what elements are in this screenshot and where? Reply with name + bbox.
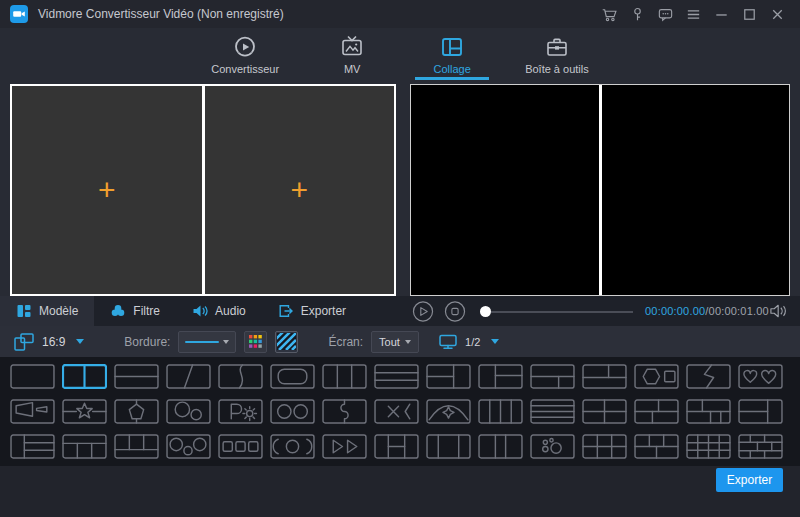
time-display: 00:00:00.00/00:00:01.00 <box>645 305 769 317</box>
cart-icon[interactable] <box>601 6 618 23</box>
template-left2-right1[interactable] <box>426 364 471 389</box>
filter-icon <box>110 303 126 319</box>
template-split-curve[interactable] <box>218 364 263 389</box>
maximize-icon[interactable] <box>741 6 758 23</box>
key-icon[interactable] <box>629 6 646 23</box>
template-left1-right2[interactable] <box>478 364 523 389</box>
panel-tab-modele[interactable]: Modèle <box>0 296 94 326</box>
template-settings-bar: 16:9 Bordure: Écran: Tout 1/2 <box>0 326 800 357</box>
add-media-button[interactable]: + <box>12 86 202 294</box>
template-single[interactable] <box>10 364 55 389</box>
template-top1-bottom3[interactable] <box>62 434 107 459</box>
template-h-columns[interactable] <box>374 434 419 459</box>
preview-cell-1 <box>411 85 602 295</box>
tab-label: Convertisseur <box>211 63 279 75</box>
template-three-circles[interactable] <box>166 434 211 459</box>
preview-panel <box>410 84 790 296</box>
play-button[interactable] <box>412 300 434 323</box>
aspect-ratio-dropdown-caret[interactable] <box>76 339 84 344</box>
template-top3-bottom1[interactable] <box>114 434 159 459</box>
screen-dropdown[interactable]: Tout <box>371 331 419 353</box>
template-megaphones[interactable] <box>10 399 55 424</box>
panel-tab-label: Modèle <box>39 304 78 318</box>
app-window: Vidmore Convertisseur Vidéo (Non enregis… <box>0 0 800 517</box>
page-dropdown-caret[interactable] <box>491 339 499 344</box>
export-button[interactable]: Exporter <box>716 468 783 492</box>
template-pentagon[interactable] <box>114 399 159 424</box>
template-split-v3-wide[interactable] <box>426 434 471 459</box>
window-title: Vidmore Convertisseur Vidéo (Non enregis… <box>38 7 284 21</box>
panel-tabs: ModèleFiltreAudioExporter <box>0 296 400 326</box>
stop-button[interactable] <box>444 300 466 323</box>
add-media-button[interactable]: + <box>205 86 395 294</box>
panel-tab-label: Exporter <box>301 304 346 318</box>
volume-icon[interactable] <box>769 303 788 319</box>
tab-convertisseur[interactable]: Convertisseur <box>201 28 289 80</box>
template-grid-4x3[interactable] <box>686 434 731 459</box>
template-arc-star[interactable] <box>426 399 471 424</box>
border-dropdown-caret <box>223 340 229 344</box>
template-split-v4[interactable] <box>478 399 523 424</box>
template-right-col3[interactable] <box>10 434 55 459</box>
template-three-squares[interactable] <box>218 434 263 459</box>
border-pattern-button[interactable] <box>275 331 298 353</box>
border-style-dropdown[interactable] <box>178 331 236 353</box>
close-icon[interactable] <box>769 6 786 23</box>
template-bottom-right-split[interactable] <box>530 364 575 389</box>
template-grid-irregular[interactable] <box>686 399 731 424</box>
collage-cell-2[interactable]: + <box>205 86 395 294</box>
progress-handle[interactable] <box>480 306 491 317</box>
template-split-h2[interactable] <box>114 364 159 389</box>
template-two-triangles[interactable] <box>322 434 367 459</box>
template-hearts[interactable] <box>738 364 783 389</box>
template-inset-rounded[interactable] <box>270 364 315 389</box>
template-grid <box>0 357 800 466</box>
progress-slider[interactable] <box>480 300 633 323</box>
template-split-diag[interactable] <box>166 364 211 389</box>
converter-icon <box>233 35 257 59</box>
template-x-bracket[interactable] <box>374 399 419 424</box>
template-circle-arcs[interactable] <box>270 434 315 459</box>
aspect-ratio-icon <box>14 333 34 351</box>
template-dots-circle[interactable] <box>530 434 575 459</box>
template-grid-2x2[interactable] <box>582 399 627 424</box>
collage-editor: + + <box>10 84 396 296</box>
border-color-button[interactable] <box>244 331 267 353</box>
template-split-v3[interactable] <box>322 364 367 389</box>
template-circle-pair[interactable] <box>166 399 211 424</box>
menu-icon[interactable] <box>685 6 702 23</box>
template-grid-3x2-alt[interactable] <box>634 434 679 459</box>
template-p-gear[interactable] <box>218 399 263 424</box>
minimize-icon[interactable] <box>713 6 730 23</box>
template-zigzag[interactable] <box>686 364 731 389</box>
template-star-band[interactable] <box>62 399 107 424</box>
main-nav: ConvertisseurMVCollageBoîte à outils <box>0 28 800 80</box>
template-left2-col[interactable] <box>738 399 783 424</box>
template-grid-3x2[interactable] <box>582 434 627 459</box>
template-hex-square[interactable] <box>634 364 679 389</box>
feedback-icon[interactable] <box>657 6 674 23</box>
template-split-v3-narrow[interactable] <box>478 434 523 459</box>
template-split-h4[interactable] <box>530 399 575 424</box>
panel-tab-filtre[interactable]: Filtre <box>94 296 176 326</box>
template-clover[interactable] <box>322 399 367 424</box>
panel-tab-audio[interactable]: Audio <box>176 296 262 326</box>
panel-tab-label: Filtre <box>133 304 160 318</box>
tab-collage[interactable]: Collage <box>415 28 489 80</box>
collage-cell-1[interactable]: + <box>12 86 205 294</box>
template-top-left-split[interactable] <box>582 364 627 389</box>
tab-toolbox[interactable]: Boîte à outils <box>515 28 599 80</box>
titlebar: Vidmore Convertisseur Vidéo (Non enregis… <box>0 0 800 28</box>
tab-mv[interactable]: MV <box>315 28 389 80</box>
template-split-v2[interactable] <box>62 364 107 389</box>
template-grid-2x2-offset[interactable] <box>634 399 679 424</box>
template-two-circles[interactable] <box>270 399 315 424</box>
total-time: 00:00:01.00 <box>709 305 769 317</box>
panel-tab-exporter[interactable]: Exporter <box>262 296 362 326</box>
screen-page-icon <box>439 334 457 350</box>
template-split-h3[interactable] <box>374 364 419 389</box>
template-grid-mixed[interactable] <box>738 434 783 459</box>
progress-track <box>480 311 633 313</box>
screen-label: Écran: <box>328 335 363 349</box>
template-icon <box>16 303 32 319</box>
